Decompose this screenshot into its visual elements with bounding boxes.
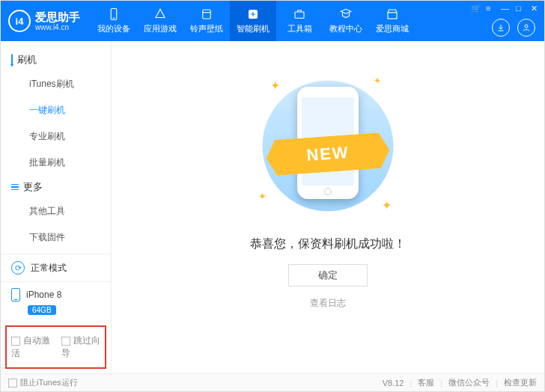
version-label: V8.12 (383, 379, 404, 388)
tutorial-icon (338, 7, 353, 21)
nav-my-device[interactable]: 我的设备 (91, 1, 137, 41)
svg-point-7 (525, 25, 528, 28)
wechat-link[interactable]: 微信公众号 (448, 377, 490, 388)
app-header: i4 爱思助手 www.i4.cn 我的设备 应用游戏 铃声壁纸 智能刷机 (1, 1, 544, 41)
menu-icon[interactable]: ≡ (486, 4, 495, 13)
auto-activate-checkbox[interactable]: 自动激活 (11, 334, 51, 360)
sidebar-group-more[interactable]: 更多 (1, 176, 111, 198)
status-bar: 阻止iTunes运行 V8.12 | 客服 | 微信公众号 | 检查更新 (1, 373, 544, 391)
ringtone-icon (199, 7, 214, 21)
nav-store[interactable]: 爱思商城 (369, 1, 415, 41)
svg-rect-2 (203, 10, 211, 19)
brand-title: 爱思助手 (35, 10, 80, 23)
toolbox-icon (292, 7, 307, 21)
view-log-link[interactable]: 查看日志 (310, 297, 346, 310)
sidebar-item-pro-flash[interactable]: 专业刷机 (1, 123, 111, 150)
mode-row[interactable]: ⟳ 正常模式 (1, 254, 111, 281)
nav-toolbox[interactable]: 工具箱 (276, 1, 323, 41)
phone-icon (11, 288, 20, 301)
success-illustration: ✦ ✦ ✦ ✦ NEW (249, 73, 407, 218)
device-row[interactable]: iPhone 8 64GB (1, 281, 111, 322)
top-nav: 我的设备 应用游戏 铃声壁纸 智能刷机 工具箱 教程中心 (91, 1, 415, 41)
sidebar: 刷机 iTunes刷机 一键刷机 专业刷机 批量刷机 更多 其他工具 下载固件 … (1, 41, 112, 373)
nav-label: 应用游戏 (144, 23, 177, 34)
close-icon[interactable]: ✕ (531, 4, 540, 13)
sidebar-item-other-tools[interactable]: 其他工具 (1, 198, 111, 224)
sidebar-item-download-fw[interactable]: 下载固件 (1, 224, 111, 251)
maximize-icon[interactable]: □ (516, 4, 525, 13)
device-small-icon (11, 55, 13, 66)
sidebar-item-onekey-flash[interactable]: 一键刷机 (1, 97, 111, 123)
check-update-link[interactable]: 检查更新 (504, 377, 537, 388)
nav-label: 铃声壁纸 (190, 23, 223, 34)
sidebar-group-label: 更多 (23, 180, 43, 194)
nav-label: 我的设备 (97, 23, 130, 34)
device-icon (106, 7, 121, 21)
brand: i4 爱思助手 www.i4.cn (1, 1, 91, 41)
block-itunes-checkbox[interactable]: 阻止iTunes运行 (8, 377, 78, 388)
minimize-icon[interactable]: — (501, 4, 510, 13)
nav-label: 智能刷机 (237, 23, 270, 34)
storage-badge: 64GB (28, 305, 56, 315)
nav-tutorial[interactable]: 教程中心 (323, 1, 369, 41)
sidebar-group-label: 刷机 (17, 53, 37, 67)
skip-guide-checkbox[interactable]: 跳过向导 (61, 334, 101, 360)
cart-icon[interactable]: 🛒 (471, 4, 480, 13)
window-controls: 🛒 ≡ — □ ✕ (471, 4, 540, 13)
flash-icon (246, 7, 261, 21)
svg-rect-5 (295, 12, 304, 18)
nav-label: 工具箱 (287, 23, 312, 34)
apps-icon (153, 7, 168, 21)
refresh-icon: ⟳ (11, 261, 25, 275)
store-icon (385, 7, 400, 21)
nav-label: 爱思商城 (376, 23, 409, 34)
nav-ringtone[interactable]: 铃声壁纸 (183, 1, 230, 41)
sidebar-item-batch-flash[interactable]: 批量刷机 (1, 150, 111, 176)
mode-label: 正常模式 (31, 262, 67, 275)
device-name: iPhone 8 (26, 290, 61, 300)
brand-url: www.i4.cn (35, 23, 80, 32)
svg-rect-6 (388, 13, 397, 19)
user-button[interactable] (517, 19, 535, 37)
success-message: 恭喜您，保资料刷机成功啦！ (250, 236, 406, 252)
nav-apps[interactable]: 应用游戏 (137, 1, 183, 41)
support-link[interactable]: 客服 (418, 377, 434, 388)
confirm-button[interactable]: 确定 (288, 264, 368, 287)
sidebar-group-flash[interactable]: 刷机 (1, 49, 111, 71)
main-content: ✦ ✦ ✦ ✦ NEW 恭喜您，保资料刷机成功啦！ 确定 查看日志 (112, 41, 544, 373)
nav-flash[interactable]: 智能刷机 (230, 1, 276, 41)
sidebar-item-itunes-flash[interactable]: iTunes刷机 (1, 71, 111, 97)
highlight-box: 自动激活 跳过向导 (5, 325, 106, 369)
nav-label: 教程中心 (329, 23, 362, 34)
download-button[interactable] (492, 19, 510, 37)
menu-bars-icon (11, 184, 19, 191)
brand-logo-icon: i4 (8, 10, 31, 32)
